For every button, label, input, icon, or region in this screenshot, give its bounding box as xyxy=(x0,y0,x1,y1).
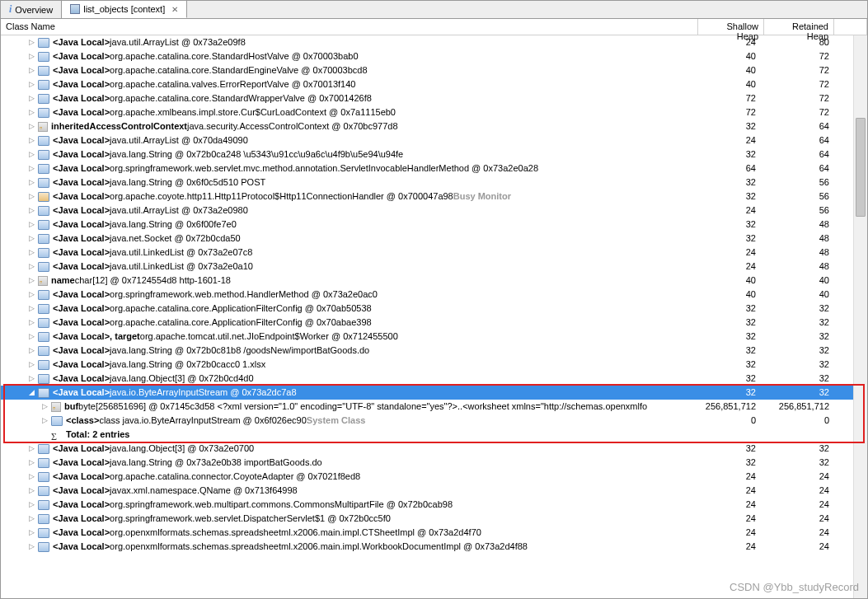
expand-icon[interactable] xyxy=(27,304,36,313)
header-class-name[interactable]: Class Name xyxy=(1,19,698,35)
expand-icon[interactable] xyxy=(27,486,36,495)
table-row[interactable]: <Java Local> org.openxmlformats.schemas.… xyxy=(1,540,867,554)
table-row[interactable]: <Java Local> java.util.ArrayList @ 0x70d… xyxy=(1,133,867,147)
table-row[interactable]: <Java Local> org.springframework.web.ser… xyxy=(1,161,867,175)
table-row[interactable]: <Java Local> org.apache.catalina.core.Ap… xyxy=(1,316,867,330)
expand-icon[interactable] xyxy=(27,290,36,299)
expand-icon[interactable] xyxy=(27,542,36,551)
table-row[interactable]: <Java Local> java.util.LinkedList @ 0x73… xyxy=(1,246,867,260)
table-row[interactable]: <class> class java.io.ByteArrayInputStre… xyxy=(1,414,867,428)
expand-icon[interactable] xyxy=(40,402,49,411)
row-name-cell: <Java Local> org.apache.catalina.valves.… xyxy=(1,77,698,91)
shallow-heap-cell: 32 xyxy=(698,218,764,232)
row-prefix: <Java Local> xyxy=(53,204,110,218)
row-name-cell: <Java Local> java.lang.Object[3] @ 0x73a… xyxy=(1,442,698,456)
retained-heap-cell: 32 xyxy=(764,442,834,456)
shallow-heap-cell: 40 xyxy=(698,274,764,288)
expand-icon[interactable] xyxy=(27,500,36,509)
table-row[interactable]: <Java Local> java.lang.String @ 0x72b0ca… xyxy=(1,147,867,161)
row-text: java.lang.String @ 0x72b0ca248 \u5343\u9… xyxy=(110,147,403,161)
table-row[interactable]: <Java Local> org.apache.catalina.connect… xyxy=(1,470,867,484)
retained-heap-cell: 24 xyxy=(764,512,834,526)
table-row[interactable]: <Java Local> java.util.ArrayList @ 0x73a… xyxy=(1,204,867,218)
table-row[interactable]: <Java Local> org.apache.catalina.core.St… xyxy=(1,63,867,77)
expand-icon[interactable] xyxy=(27,192,36,201)
table-row[interactable]: <Java Local> org.apache.coyote.http11.Ht… xyxy=(1,190,867,204)
expand-icon[interactable] xyxy=(27,164,36,173)
shallow-heap-cell: 32 xyxy=(698,316,764,330)
tab-list-objects[interactable]: list_objects [context] ✕ xyxy=(62,1,187,18)
expand-icon[interactable] xyxy=(27,66,36,75)
table-row[interactable]: <Java Local> java.net.Socket @ 0x72b0cda… xyxy=(1,232,867,246)
close-icon[interactable]: ✕ xyxy=(171,5,178,14)
table-row[interactable]: name char[12] @ 0x7124554d8 http-1601-18… xyxy=(1,274,867,288)
expand-icon[interactable] xyxy=(27,206,36,215)
table-row[interactable]: <Java Local> org.openxmlformats.schemas.… xyxy=(1,526,867,540)
row-name-cell: <Java Local> org.springframework.web.ser… xyxy=(1,512,698,526)
expand-icon[interactable] xyxy=(27,108,36,117)
table-row[interactable]: <Java Local> java.lang.Object[3] @ 0x73a… xyxy=(1,442,867,456)
expand-icon[interactable] xyxy=(27,150,36,159)
shallow-heap-cell: 24 xyxy=(698,133,764,147)
expand-icon[interactable] xyxy=(27,332,36,341)
expand-icon[interactable] xyxy=(27,360,36,369)
table-row[interactable]: buf byte[256851696] @ 0x7145c3d58 <?xml … xyxy=(1,400,867,414)
expand-icon[interactable] xyxy=(27,444,36,453)
table-row[interactable]: <Java Local> org.springframework.web.mul… xyxy=(1,498,867,512)
table-row[interactable]: <Java Local> java.lang.String @ 0x72b0ca… xyxy=(1,358,867,372)
table-row[interactable]: <Java Local> java.lang.String @ 0x6f00fe… xyxy=(1,218,867,232)
table-row[interactable]: <Java Local>, target org.apache.tomcat.u… xyxy=(1,330,867,344)
expand-icon[interactable] xyxy=(27,346,36,355)
expand-icon[interactable] xyxy=(27,514,36,523)
expand-icon[interactable] xyxy=(27,136,36,145)
row-text: org.apache.xmlbeans.impl.store.Cur$CurLo… xyxy=(110,105,396,119)
expand-icon[interactable] xyxy=(27,220,36,229)
shallow-heap-cell: 32 xyxy=(698,190,764,204)
table-row[interactable]: <Java Local> javax.xml.namespace.QName @… xyxy=(1,484,867,498)
expand-icon[interactable] xyxy=(27,178,36,187)
table-row[interactable]: <Java Local> org.apache.catalina.core.Ap… xyxy=(1,302,867,316)
expand-icon[interactable] xyxy=(27,262,36,271)
expand-icon[interactable] xyxy=(27,122,36,131)
expand-icon[interactable] xyxy=(27,80,36,89)
table-row[interactable]: inheritedAccessControlContext java.secur… xyxy=(1,119,867,133)
scrollbar-thumb[interactable] xyxy=(856,118,866,217)
expand-icon[interactable] xyxy=(27,472,36,481)
expand-icon[interactable] xyxy=(27,38,36,47)
table-row[interactable]: <Java Local> org.apache.xmlbeans.impl.st… xyxy=(1,105,867,119)
row-text: java.util.ArrayList @ 0x73a2e0980 xyxy=(110,204,248,218)
tab-label: list_objects [context] xyxy=(83,4,165,14)
row-name-cell: <Java Local> java.util.ArrayList @ 0x70d… xyxy=(1,133,698,147)
table-row[interactable]: <Java Local> java.lang.String @ 0x6f0c5d… xyxy=(1,175,867,190)
table-row[interactable]: <Java Local> java.lang.String @ 0x72b0c8… xyxy=(1,344,867,358)
expand-icon[interactable] xyxy=(27,374,36,383)
header-shallow-heap[interactable]: Shallow Heap xyxy=(698,19,764,35)
table-row[interactable]: <Java Local> org.apache.catalina.core.St… xyxy=(1,49,867,63)
header-retained-heap[interactable]: Retained Heap xyxy=(764,19,834,35)
expand-icon[interactable] xyxy=(27,318,36,327)
expand-icon[interactable] xyxy=(27,248,36,257)
expand-icon[interactable] xyxy=(27,94,36,103)
table-row[interactable]: <Java Local> org.apache.catalina.valves.… xyxy=(1,77,867,91)
table-row[interactable]: <Java Local> org.apache.catalina.core.St… xyxy=(1,91,867,105)
table-row[interactable]: <Java Local> java.util.ArrayList @ 0x73a… xyxy=(1,35,867,49)
tab-overview[interactable]: i Overview xyxy=(1,1,62,18)
table-row[interactable]: <Java Local> java.lang.String @ 0x73a2e0… xyxy=(1,456,867,470)
retained-heap-cell: 64 xyxy=(764,119,834,133)
expand-icon[interactable] xyxy=(27,458,36,467)
expand-icon[interactable] xyxy=(27,52,36,61)
table-row[interactable]: <Java Local> java.lang.Object[3] @ 0x72b… xyxy=(1,372,867,386)
expand-icon[interactable] xyxy=(40,416,49,425)
table-row[interactable]: ΣTotal: 2 entries xyxy=(1,428,867,442)
expand-icon[interactable] xyxy=(27,234,36,243)
collapse-icon[interactable] xyxy=(27,388,36,397)
row-text: byte[256851696] @ 0x7145c3d58 <?xml vers… xyxy=(78,400,647,414)
table-row[interactable]: <Java Local> org.springframework.web.met… xyxy=(1,288,867,302)
table-row[interactable]: <Java Local> java.io.ByteArrayInputStrea… xyxy=(1,386,867,400)
table-row[interactable]: <Java Local> org.springframework.web.ser… xyxy=(1,512,867,526)
expand-icon[interactable] xyxy=(27,528,36,537)
vertical-scrollbar[interactable] xyxy=(853,35,867,598)
expand-icon[interactable] xyxy=(27,276,36,285)
table-row[interactable]: <Java Local> java.util.LinkedList @ 0x73… xyxy=(1,260,867,274)
shallow-heap-cell: 24 xyxy=(698,512,764,526)
